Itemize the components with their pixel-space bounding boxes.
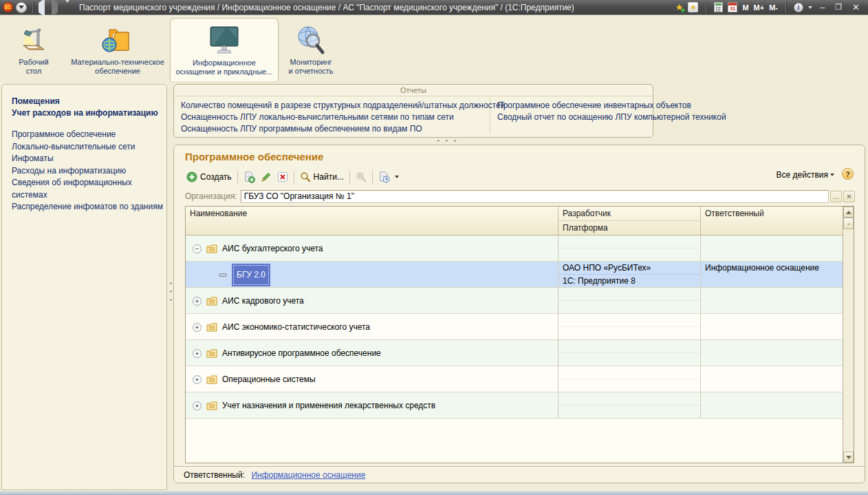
history-icon [378,171,390,183]
toolbar-separator [237,171,238,183]
report-link-lan-equipment[interactable]: Оснащенность ЛПУ локально-вычислительным… [181,112,505,123]
history-button[interactable] [376,170,402,185]
organization-select-button[interactable]: ... [830,191,842,202]
calculator-button[interactable] [714,2,723,12]
scrollbar-thumb[interactable] [843,218,854,229]
section-tab-label: Рабочийстол [4,58,63,76]
sidebar-item-lan[interactable]: Локально-вычислительные сети [12,141,166,154]
main-menu-button[interactable] [16,2,27,13]
section-tab-material-support[interactable]: Материально-техническоеобеспечение [66,18,169,81]
table-row-group[interactable]: Операционные системы [186,366,844,392]
report-link-software-equipment[interactable]: Оснащенность ЛПУ программным обеспечение… [181,123,505,135]
back-arrow-icon [39,0,45,17]
delete-button[interactable] [274,170,291,184]
create-button[interactable]: Создать [184,170,235,184]
minimize-button[interactable]: – [817,3,827,12]
info-button[interactable]: i [794,3,803,12]
sidebar-item-it-expenses[interactable]: Расходы на информатизацию [12,165,166,178]
maximize-button[interactable]: ❒ [832,3,845,11]
row-name: АИС кадрового учета [222,296,304,306]
app-logo-1c-icon[interactable]: 1С [3,2,13,12]
sidebar-group-it-costs[interactable]: Учет расходов на информатизацию [12,107,166,119]
table-row-group[interactable]: АИС экономико-статистического учета [186,314,844,340]
favorites-list-button[interactable]: ★ [688,2,698,12]
organization-clear-button[interactable]: ✕ [843,191,855,202]
sidebar-item-infomat-distribution[interactable]: Распределение инфоматов по зданиям [12,201,166,213]
row-name: Операционные системы [222,375,316,384]
section-tab-monitoring[interactable]: Мониторинги отчетность [280,18,342,81]
table-header: Наименование Разработчик Платформа Ответ… [186,207,844,235]
add-document-icon [243,171,255,183]
organization-input[interactable] [241,190,829,203]
item-dash-icon [219,273,227,277]
memory-recall-button[interactable]: M [742,3,748,12]
calendar-button[interactable]: 31 [728,2,737,12]
table-row-selected[interactable]: БГУ 2.0 ОАО НПО «РусБИТех» 1С: Предприят… [186,262,844,288]
all-actions-button[interactable]: Все действия [777,170,834,180]
table-row-group[interactable]: АИС кадрового учета [186,288,844,314]
find-button[interactable]: Найти... [297,170,347,184]
sidebar-item-infomats[interactable]: Инфоматы [12,153,166,165]
row-name: Антивирусное программное обеспечение [222,348,381,358]
column-header-platform[interactable]: Платформа [558,221,701,235]
edit-button[interactable] [258,170,274,184]
expand-icon[interactable] [193,401,202,410]
clear-find-button[interactable] [353,170,369,184]
window-bottom-frame [0,492,868,495]
column-header-developer[interactable]: Разработчик [558,207,701,221]
column-header-responsible[interactable]: Ответственный [701,207,844,235]
chevron-down-icon [830,173,834,176]
section-bar: Рабочийстол Материально-техническоеобесп… [0,15,868,82]
memory-add-button[interactable]: M+ [754,3,765,12]
sidebar-spacer [12,119,166,129]
nav-forward-button[interactable] [47,3,58,12]
folder-icon [206,297,217,306]
chevron-down-icon[interactable] [808,6,812,9]
sidebar-item-info-systems[interactable]: Сведения об информационных системах [12,177,166,201]
expand-icon[interactable] [193,349,202,358]
clear-icon: ✕ [846,193,851,200]
sidebar-group-premises[interactable]: Помещения [12,96,166,107]
table-row-group[interactable]: Антивирусное программное обеспечение [186,340,844,366]
expand-icon[interactable] [193,297,202,306]
report-link-inventory-software[interactable]: Программное обеспечение инвентарных объе… [497,100,726,112]
section-tab-desktop[interactable]: Рабочийстол [4,18,63,81]
sidebar-item-software[interactable]: Программное обеспечение [12,129,166,141]
help-button[interactable]: ? [842,168,854,180]
cell-developer: ОАО НПО «РусБИТех» [558,262,700,275]
titlebar-separator [785,2,786,13]
organization-label: Организация: [185,191,237,201]
splitter-grip [170,282,172,301]
expand-icon[interactable] [193,375,202,384]
vertical-splitter[interactable] [169,84,173,483]
add-group-button[interactable] [241,170,258,185]
table-row-group[interactable]: АИС бухгалтерского учета [186,235,844,262]
folder-icon [206,349,217,358]
report-link-summary-computers[interactable]: Сводный отчет по оснащению ЛПУ компьютер… [497,112,726,123]
scroll-down-button[interactable] [843,452,854,463]
table-row-group[interactable]: Учет назначения и применения лекарственн… [186,392,844,419]
titlebar-separator [32,2,33,13]
reports-panel: Отчеты Количество помещений в разрезе ст… [173,84,653,138]
plus-icon [186,171,197,182]
desktop-icon [4,22,63,58]
section-tab-label: Материально-техническоеобеспечение [66,58,169,76]
report-link-room-count[interactable]: Количество помещений в разрезе структурн… [181,100,505,112]
favorites-add-button[interactable]: ★ [675,3,684,12]
nav-back-button[interactable] [39,3,45,12]
memory-subtract-button[interactable]: M- [769,3,778,12]
nav-history-button[interactable] [61,3,69,12]
responsible-link[interactable]: Информационное оснащение [251,470,365,480]
responsible-label: Ответственный: [184,470,245,480]
column-header-name[interactable]: Наименование [186,207,558,235]
vertical-scrollbar[interactable] [843,207,854,463]
collapse-icon[interactable] [193,244,202,253]
close-button[interactable]: ✕ [849,3,862,12]
horizontal-splitter[interactable] [173,138,865,145]
row-name: АИС экономико-статистического учета [222,322,370,332]
page-title: Программное обеспечение [185,151,323,162]
expand-icon[interactable] [193,323,202,332]
folder-globe-icon [66,22,169,58]
section-tab-information-equipment[interactable]: Информационноеоснащение и прикладные... [170,18,279,81]
scroll-up-button[interactable] [843,207,854,218]
